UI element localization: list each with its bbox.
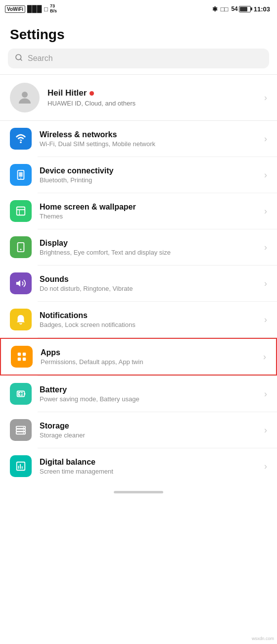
search-icon bbox=[15, 54, 23, 63]
notifications-text: Notifications Badges, Lock screen notifi… bbox=[40, 311, 256, 328]
status-bar: VoWiFi ▉▉▉ □ 73B/s ✱ □□ 54 11:03 bbox=[0, 0, 277, 18]
watermark: wsxdn.com bbox=[252, 636, 274, 641]
digitalbalance-text: Digital balance Screen time management bbox=[40, 458, 256, 475]
settings-item-notifications[interactable]: Notifications Badges, Lock screen notifi… bbox=[0, 302, 277, 337]
settings-list: Wireless & networks Wi-Fi, Dual SIM sett… bbox=[0, 121, 277, 484]
profile-name: Heil Hitler bbox=[47, 88, 136, 98]
battery-fill bbox=[240, 7, 247, 11]
apps-icon bbox=[11, 346, 33, 368]
homescreen-chevron-icon: › bbox=[264, 206, 267, 216]
search-input[interactable]: Search bbox=[28, 54, 262, 63]
wireless-text: Wireless & networks Wi-Fi, Dual SIM sett… bbox=[40, 130, 256, 148]
svg-point-22 bbox=[23, 432, 24, 433]
svg-rect-14 bbox=[23, 358, 26, 361]
display-subtitle: Brightness, Eye comfort, Text and displa… bbox=[40, 249, 256, 256]
battery-subtitle: Power saving mode, Battery usage bbox=[40, 395, 256, 403]
apps-text: Apps Permissions, Default apps, App twin bbox=[41, 348, 255, 366]
sounds-text: Sounds Do not disturb, Ringtone, Vibrate bbox=[40, 275, 256, 292]
online-status-dot bbox=[90, 91, 94, 96]
battery-chevron-icon: › bbox=[264, 389, 267, 399]
settings-item-digitalbalance[interactable]: Digital balance Screen time management › bbox=[0, 448, 277, 484]
digitalbalance-icon bbox=[10, 455, 32, 477]
svg-point-6 bbox=[20, 178, 21, 179]
display-chevron-icon: › bbox=[264, 242, 267, 253]
settings-item-apps[interactable]: Apps Permissions, Default apps, App twin… bbox=[0, 338, 277, 376]
sounds-subtitle: Do not disturb, Ringtone, Vibrate bbox=[40, 285, 256, 292]
svg-line-1 bbox=[20, 59, 22, 60]
svg-marker-10 bbox=[16, 280, 20, 287]
svg-rect-8 bbox=[18, 243, 24, 252]
settings-item-homescreen[interactable]: Home screen & wallpaper Themes › bbox=[0, 193, 277, 229]
wireless-subtitle: Wi-Fi, Dual SIM settings, Mobile network bbox=[40, 140, 256, 148]
homescreen-text: Home screen & wallpaper Themes bbox=[40, 203, 256, 220]
battery-text: Battery Power saving mode, Battery usage bbox=[40, 385, 256, 403]
display-icon bbox=[10, 236, 32, 258]
profile-section[interactable]: Heil Hitler HUAWEI ID, Cloud, and others… bbox=[0, 75, 277, 121]
svg-rect-7 bbox=[17, 207, 25, 215]
connectivity-title: Device connectivity bbox=[40, 166, 256, 175]
wireless-chevron-icon: › bbox=[264, 134, 267, 144]
connectivity-chevron-icon: › bbox=[264, 170, 267, 180]
settings-item-battery[interactable]: Battery Power saving mode, Battery usage… bbox=[0, 376, 277, 412]
notifications-chevron-icon: › bbox=[264, 315, 267, 325]
page-title: Settings bbox=[0, 18, 277, 49]
wireless-icon bbox=[10, 128, 32, 150]
display-text: Display Brightness, Eye comfort, Text an… bbox=[40, 239, 256, 256]
digitalbalance-title: Digital balance bbox=[40, 458, 256, 467]
homescreen-title: Home screen & wallpaper bbox=[40, 203, 256, 212]
wifi-icon: □ bbox=[44, 5, 48, 13]
digitalbalance-chevron-icon: › bbox=[264, 461, 267, 472]
svg-rect-11 bbox=[18, 353, 21, 356]
connectivity-text: Device connectivity Bluetooth, Printing bbox=[40, 166, 256, 184]
sounds-icon bbox=[10, 272, 32, 294]
svg-rect-5 bbox=[19, 172, 22, 177]
notifications-icon bbox=[10, 309, 32, 330]
svg-rect-12 bbox=[23, 353, 26, 356]
settings-item-wireless[interactable]: Wireless & networks Wi-Fi, Dual SIM sett… bbox=[0, 121, 277, 157]
apps-chevron-icon: › bbox=[263, 352, 266, 362]
homescreen-subtitle: Themes bbox=[40, 213, 256, 220]
homescreen-icon bbox=[10, 200, 32, 222]
apps-subtitle: Permissions, Default apps, App twin bbox=[41, 358, 255, 366]
battery-icon bbox=[239, 6, 251, 12]
svg-point-9 bbox=[20, 249, 22, 250]
battery-level-text: 54 bbox=[231, 5, 237, 12]
connectivity-icon bbox=[10, 164, 32, 186]
svg-rect-13 bbox=[18, 358, 21, 361]
svg-point-3 bbox=[20, 142, 22, 144]
svg-point-21 bbox=[23, 430, 24, 431]
battery-title: Battery bbox=[40, 385, 256, 394]
storage-chevron-icon: › bbox=[264, 425, 267, 435]
svg-point-20 bbox=[23, 427, 24, 428]
notifications-title: Notifications bbox=[40, 311, 256, 320]
vibrate-icon: □□ bbox=[221, 5, 229, 13]
home-bar-area bbox=[0, 484, 277, 498]
digitalbalance-subtitle: Screen time management bbox=[40, 468, 256, 475]
speed-text: 73B/s bbox=[50, 4, 57, 14]
sounds-chevron-icon: › bbox=[264, 278, 267, 289]
apps-title: Apps bbox=[41, 348, 255, 357]
home-bar bbox=[114, 491, 163, 493]
status-right: ✱ □□ 54 11:03 bbox=[212, 5, 270, 13]
storage-subtitle: Storage cleaner bbox=[40, 431, 256, 439]
settings-item-display[interactable]: Display Brightness, Eye comfort, Text an… bbox=[0, 229, 277, 265]
battery-icon bbox=[10, 383, 32, 405]
settings-item-connectivity[interactable]: Device connectivity Bluetooth, Printing … bbox=[0, 157, 277, 193]
profile-chevron-icon: › bbox=[264, 93, 267, 103]
storage-icon bbox=[10, 419, 32, 441]
profile-text: Heil Hitler HUAWEI ID, Cloud, and others bbox=[47, 88, 136, 107]
svg-point-2 bbox=[22, 92, 28, 98]
display-title: Display bbox=[40, 239, 256, 248]
sounds-title: Sounds bbox=[40, 275, 256, 284]
settings-item-storage[interactable]: Storage Storage cleaner › bbox=[0, 412, 277, 448]
wireless-title: Wireless & networks bbox=[40, 130, 256, 139]
bluetooth-icon: ✱ bbox=[212, 5, 218, 13]
storage-title: Storage bbox=[40, 422, 256, 430]
storage-text: Storage Storage cleaner bbox=[40, 422, 256, 439]
time-display: 11:03 bbox=[254, 5, 270, 13]
battery-block: 54 bbox=[231, 5, 250, 12]
signal-bars: ▉▉▉ bbox=[27, 5, 42, 13]
settings-item-sounds[interactable]: Sounds Do not disturb, Ringtone, Vibrate… bbox=[0, 266, 277, 301]
search-bar[interactable]: Search bbox=[8, 49, 269, 68]
vowifi-label: VoWiFi bbox=[5, 5, 25, 13]
